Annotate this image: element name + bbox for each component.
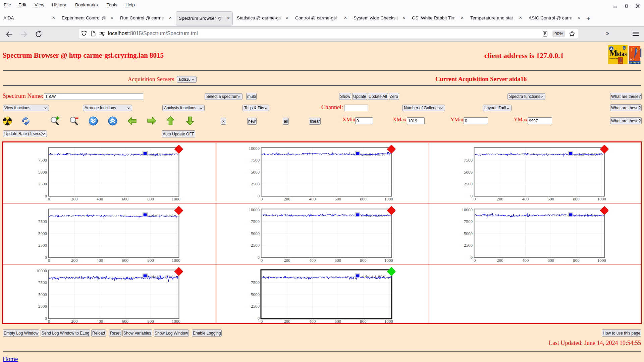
svg-text:2500: 2500 [464, 243, 473, 248]
svg-text:POWERED: POWERED [630, 61, 641, 64]
svg-text:400: 400 [97, 196, 103, 201]
svg-text:10000: 10000 [462, 207, 473, 212]
svg-text:7500: 7500 [251, 158, 260, 163]
svg-text:1000: 1000 [384, 258, 393, 263]
svg-text:7500: 7500 [464, 219, 473, 224]
svg-text:200: 200 [284, 196, 290, 201]
svg-text:0: 0 [261, 196, 263, 201]
svg-text:800: 800 [147, 258, 154, 263]
svg-text:aida14 1.8.W: aida14 1.8.W [361, 274, 386, 279]
svg-text:7500: 7500 [38, 280, 47, 285]
svg-text:10000: 10000 [36, 268, 47, 273]
svg-text:400: 400 [522, 258, 529, 263]
svg-text:5000: 5000 [251, 170, 260, 175]
svg-text:200: 200 [284, 319, 290, 324]
svg-text:0: 0 [45, 193, 47, 198]
svg-text:idas: idas [616, 51, 627, 57]
svg-text:0: 0 [258, 316, 260, 321]
svg-text:600: 600 [335, 258, 341, 263]
svg-text:5000: 5000 [251, 231, 260, 236]
svg-text:400: 400 [309, 319, 316, 324]
svg-text:200: 200 [284, 258, 290, 263]
svg-text:600: 600 [335, 196, 341, 201]
svg-text:2500: 2500 [251, 304, 260, 309]
svg-text:400: 400 [97, 319, 103, 324]
svg-text:200: 200 [497, 196, 503, 201]
svg-text:5000: 5000 [38, 292, 47, 297]
svg-text:1000: 1000 [384, 319, 393, 324]
svg-text:2500: 2500 [38, 243, 47, 248]
svg-text:0: 0 [473, 196, 476, 201]
svg-text:600: 600 [547, 196, 554, 201]
svg-text:800: 800 [360, 258, 367, 263]
svg-text:5000: 5000 [251, 292, 260, 297]
svg-text:0: 0 [45, 316, 47, 321]
svg-text:1000: 1000 [172, 196, 180, 201]
svg-text:0: 0 [473, 258, 476, 263]
svg-text:2500: 2500 [38, 181, 47, 186]
svg-text:powered by: powered by [609, 58, 618, 59]
svg-text:0: 0 [48, 196, 50, 201]
svg-text:400: 400 [309, 196, 316, 201]
svg-text:0: 0 [48, 258, 50, 263]
svg-text:2500: 2500 [251, 181, 260, 186]
svg-text:600: 600 [122, 196, 129, 201]
svg-text:800: 800 [573, 258, 580, 263]
svg-text:800: 800 [147, 319, 154, 324]
svg-text:800: 800 [360, 319, 367, 324]
svg-text:1000: 1000 [172, 258, 180, 263]
svg-text:Tcl/Tk: Tcl/Tk [619, 62, 623, 64]
svg-text:5000: 5000 [464, 231, 473, 236]
svg-text:0: 0 [261, 319, 263, 324]
svg-text:600: 600 [122, 319, 129, 324]
svg-text:200: 200 [71, 319, 78, 324]
svg-text:7500: 7500 [464, 158, 473, 163]
svg-text:2500: 2500 [38, 304, 47, 309]
svg-text:5000: 5000 [38, 231, 47, 236]
svg-text:600: 600 [547, 258, 554, 263]
svg-text:400: 400 [522, 196, 529, 201]
svg-text:2500: 2500 [251, 243, 260, 248]
svg-text:5000: 5000 [464, 170, 473, 175]
svg-text:800: 800 [573, 196, 580, 201]
svg-text:600: 600 [335, 319, 341, 324]
svg-text:0: 0 [258, 254, 260, 259]
svg-text:2500: 2500 [464, 181, 473, 186]
svg-text:5000: 5000 [38, 170, 47, 175]
svg-text:1000: 1000 [597, 258, 606, 263]
svg-text:7500: 7500 [38, 219, 47, 224]
svg-text:10000: 10000 [249, 207, 260, 212]
svg-text:0: 0 [48, 319, 50, 324]
svg-text:7500: 7500 [38, 158, 47, 163]
svg-text:400: 400 [309, 258, 316, 263]
svg-text:0: 0 [470, 254, 473, 259]
svg-text:400: 400 [97, 258, 103, 263]
svg-text:600: 600 [122, 258, 129, 263]
svg-text:0: 0 [261, 258, 263, 263]
svg-text:200: 200 [71, 196, 78, 201]
svg-text:1000: 1000 [597, 196, 606, 201]
svg-text:0: 0 [470, 193, 473, 198]
svg-text:800: 800 [360, 196, 367, 201]
svg-text:7500: 7500 [251, 280, 260, 285]
svg-text:1000: 1000 [172, 319, 180, 324]
svg-text:aida03 1.8.W: aida03 1.8.W [149, 152, 173, 157]
svg-text:0: 0 [258, 193, 260, 198]
svg-text:200: 200 [497, 258, 503, 263]
svg-text:10000: 10000 [249, 146, 260, 151]
svg-text:0: 0 [45, 254, 47, 259]
svg-text:800: 800 [147, 196, 154, 201]
svg-text:1000: 1000 [384, 196, 393, 201]
svg-text:200: 200 [71, 258, 78, 263]
svg-text:7500: 7500 [251, 219, 260, 224]
svg-text:TCL: TCL [630, 58, 634, 61]
